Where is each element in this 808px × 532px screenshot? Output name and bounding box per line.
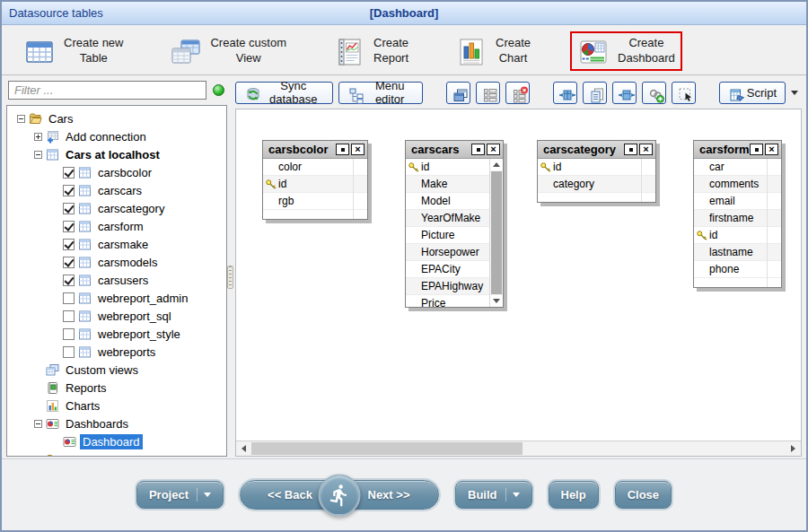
field-row-lastname[interactable]: lastname: [694, 244, 781, 261]
close-icon[interactable]: ×: [765, 144, 778, 155]
field-row-email[interactable]: email: [694, 193, 781, 210]
tree-item-deleted-tables[interactable]: Deleted tables: [10, 450, 226, 457]
table-window-header[interactable]: carscars×: [406, 141, 503, 159]
tree-item-dashboard[interactable]: Dashboard: [10, 432, 226, 450]
scrollbar-thumb[interactable]: [491, 171, 502, 294]
tree-item-reports[interactable]: Reports: [10, 379, 226, 397]
minimize-icon[interactable]: [471, 144, 485, 155]
tree-checkbox[interactable]: [63, 275, 75, 286]
run-button[interactable]: [319, 474, 361, 516]
tree-item-carscategory[interactable]: carscategory: [10, 199, 226, 217]
tree-item-webreport-style[interactable]: webreport_style: [10, 325, 226, 343]
splitter-grip-icon[interactable]: [227, 266, 233, 289]
field-row-picture[interactable]: Picture: [406, 227, 503, 244]
field-row-category[interactable]: category: [538, 176, 655, 193]
create-dashboard-button[interactable]: Create Dashboard: [570, 31, 682, 71]
help-button[interactable]: Help: [549, 481, 599, 509]
field-row-car[interactable]: car: [694, 159, 781, 176]
tree-item-charts[interactable]: Charts: [10, 397, 226, 414]
tree-item-webreport-admin[interactable]: webreport_admin: [10, 289, 226, 307]
diagram-area[interactable]: carsbcolor×coloridrgbcarscars×idMakeMode…: [236, 109, 801, 440]
field-row-color[interactable]: color: [263, 159, 367, 176]
tree-checkbox[interactable]: [63, 328, 75, 340]
minimize-icon[interactable]: [336, 144, 349, 155]
table-window-carscategory[interactable]: carscategory×idcategory: [537, 140, 656, 203]
table-vertical-scrollbar[interactable]: [489, 159, 503, 307]
cascade-windows-button[interactable]: [446, 82, 470, 104]
dropdown-arrow-icon[interactable]: [791, 91, 798, 95]
tree-checkbox[interactable]: [63, 167, 75, 179]
close-icon[interactable]: ×: [639, 144, 653, 155]
field-row-id[interactable]: id: [694, 227, 781, 244]
collapse-icon[interactable]: [34, 420, 42, 428]
tree-item-custom-views[interactable]: Custom views: [10, 361, 226, 379]
field-row-comments[interactable]: comments: [694, 176, 781, 193]
tree-item-webreports[interactable]: webreports: [10, 343, 226, 361]
field-row-epacity[interactable]: EPACity: [406, 261, 503, 278]
table-window-header[interactable]: carsform×: [694, 141, 781, 159]
field-row-make[interactable]: Make: [406, 176, 503, 193]
add-relation-button[interactable]: [642, 82, 666, 104]
tree-item-carsbcolor[interactable]: carsbcolor: [10, 163, 226, 181]
tree-item-carsform[interactable]: carsform: [10, 217, 226, 235]
create-new-table-button[interactable]: Create new Table: [16, 31, 130, 71]
table-window-carsform[interactable]: carsform×carcommentsemailfirstnameidlast…: [693, 140, 782, 288]
field-row-model[interactable]: Model: [406, 193, 503, 210]
scroll-right-icon[interactable]: [786, 441, 801, 456]
tree-checkbox[interactable]: [63, 346, 75, 358]
field-row-yearofmake[interactable]: YearOfMake: [406, 210, 503, 227]
tree-item-cars-at-localhost[interactable]: Cars at localhost: [10, 145, 226, 163]
tree-item-webreport-sql[interactable]: webreport_sql: [10, 307, 226, 325]
field-row-rgb[interactable]: rgb: [263, 193, 367, 210]
tree-checkbox[interactable]: [63, 257, 75, 268]
minimize-icon[interactable]: [750, 144, 763, 155]
green-dot-icon[interactable]: [213, 84, 224, 96]
tree-checkbox[interactable]: [63, 292, 75, 304]
expand-icon[interactable]: [34, 456, 42, 458]
field-row-horsepower[interactable]: Horsepower: [406, 244, 503, 261]
tree-checkbox[interactable]: [63, 310, 75, 322]
expand-icon[interactable]: [34, 133, 42, 141]
tree-item-carsmake[interactable]: carsmake: [10, 235, 226, 253]
table-window-header[interactable]: carsbcolor×: [263, 141, 367, 159]
close-icon[interactable]: ×: [351, 144, 364, 155]
field-row-price[interactable]: Price: [406, 295, 503, 307]
tree-item-cars[interactable]: Cars: [10, 109, 226, 127]
select-tool-button[interactable]: [672, 82, 696, 104]
menu-editor-button[interactable]: Menu editor: [338, 82, 423, 104]
sync-database-button[interactable]: Sync database: [235, 82, 333, 104]
tree-item-dashboards[interactable]: Dashboards: [10, 414, 226, 432]
list-view-button[interactable]: [476, 82, 500, 104]
field-row-id[interactable]: id: [263, 176, 367, 193]
close-button[interactable]: Close: [615, 481, 672, 509]
tree-item-carscars[interactable]: carscars: [10, 181, 226, 199]
stretch-table-alt-button[interactable]: [612, 82, 637, 104]
field-row-id[interactable]: id: [538, 159, 655, 176]
stretch-table-button[interactable]: [553, 82, 577, 104]
copy-style-button[interactable]: [583, 82, 607, 104]
collapse-icon[interactable]: [34, 151, 42, 159]
field-row-epahighway[interactable]: EPAHighway: [406, 278, 503, 295]
script-button[interactable]: Script: [719, 82, 786, 104]
tree-checkbox[interactable]: [63, 239, 75, 250]
build-button[interactable]: Build: [455, 481, 532, 509]
table-window-carscars[interactable]: carscars×idMakeModelYearOfMakePictureHor…: [405, 140, 504, 308]
tree-item-carsusers[interactable]: carsusers: [10, 271, 226, 289]
field-row-id[interactable]: id: [406, 159, 503, 176]
tree-checkbox[interactable]: [63, 221, 75, 232]
scrollbar-thumb[interactable]: [251, 442, 523, 455]
scroll-down-icon[interactable]: [490, 295, 503, 307]
project-button[interactable]: Project: [136, 481, 224, 509]
tree-checkbox[interactable]: [63, 185, 75, 196]
list-alert-button[interactable]: [505, 82, 530, 104]
scroll-left-icon[interactable]: [236, 441, 251, 456]
create-report-button[interactable]: Create Report: [326, 31, 416, 71]
field-row-firstname[interactable]: firstname: [694, 210, 781, 227]
horizontal-scrollbar[interactable]: [236, 440, 801, 456]
tree-item-add-connection[interactable]: Add connection: [10, 127, 226, 145]
scroll-up-icon[interactable]: [490, 159, 503, 170]
panel-splitter[interactable]: [227, 75, 233, 458]
filter-input[interactable]: [8, 81, 206, 100]
collapse-icon[interactable]: [17, 115, 25, 123]
tree-checkbox[interactable]: [63, 203, 75, 214]
